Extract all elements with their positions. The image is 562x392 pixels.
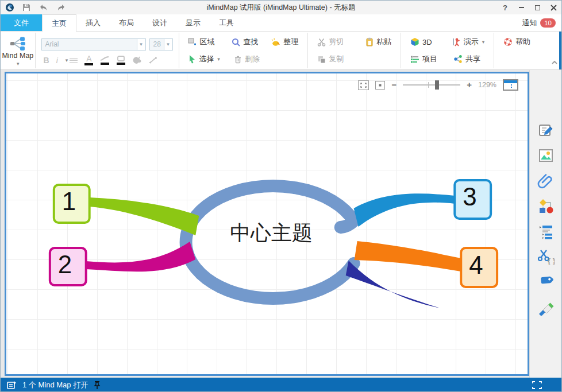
attachment-icon[interactable] bbox=[536, 171, 556, 190]
font-size-dropdown[interactable]: ▼ bbox=[164, 38, 173, 51]
zoom-slider[interactable] bbox=[403, 84, 460, 86]
notes-icon[interactable] bbox=[536, 121, 556, 139]
collapse-ribbon-icon[interactable] bbox=[551, 59, 558, 66]
present-button[interactable]: 演示 ▾ bbox=[448, 35, 488, 49]
help-label: 帮助 bbox=[515, 37, 530, 47]
maximize-button[interactable] bbox=[529, 1, 545, 14]
copy-button[interactable]: 复制 bbox=[314, 52, 347, 66]
mindmap-caret-icon: ▾ bbox=[17, 61, 20, 67]
window-title: iMindMap 试用版 (iMindMap Ultimate) - 无标题 bbox=[1, 3, 561, 13]
zoom-out-icon[interactable]: − bbox=[391, 82, 397, 88]
cut-button[interactable]: 剪切 bbox=[314, 35, 347, 49]
select-icon bbox=[188, 55, 196, 64]
format-painter-icon[interactable] bbox=[536, 297, 556, 316]
share-button[interactable]: 共享 bbox=[450, 52, 484, 66]
project-icon bbox=[410, 55, 419, 63]
3d-label: 3D bbox=[422, 38, 432, 46]
central-topic-label[interactable]: 中心主题 bbox=[230, 221, 313, 244]
delete-button[interactable]: 删除 bbox=[230, 52, 263, 66]
font-size-combo[interactable]: 28 bbox=[149, 38, 164, 51]
paste-icon bbox=[365, 37, 374, 46]
status-bar: 1 个 Mind Map 打开 bbox=[1, 378, 561, 392]
select-button[interactable]: 选择 ▾ bbox=[184, 52, 224, 66]
redo-icon[interactable] bbox=[56, 3, 66, 11]
3d-cube-icon bbox=[410, 37, 419, 46]
branch-2[interactable] bbox=[86, 242, 196, 271]
mindmap-button-label: Mind Map bbox=[2, 52, 33, 60]
branch-color-button[interactable] bbox=[100, 56, 109, 65]
project-button[interactable]: 项目 bbox=[407, 52, 441, 66]
share-icon bbox=[453, 55, 463, 64]
tidy-button[interactable]: 整理 bbox=[267, 35, 302, 49]
snippet-icon[interactable]: { } bbox=[536, 247, 556, 266]
minimize-button[interactable] bbox=[513, 1, 529, 14]
branch-box-3-label: 3 bbox=[463, 183, 476, 211]
copy-label: 复制 bbox=[329, 54, 344, 64]
align-lines-icon bbox=[70, 58, 78, 63]
alignment-button[interactable]: ▾ bbox=[65, 57, 78, 64]
italic-button[interactable]: i bbox=[56, 57, 58, 64]
fit-to-screen-icon[interactable] bbox=[358, 80, 369, 90]
bold-button[interactable]: B bbox=[44, 57, 49, 64]
branch-1[interactable] bbox=[90, 197, 199, 235]
undo-icon[interactable] bbox=[39, 3, 48, 11]
pin-icon[interactable] bbox=[94, 381, 101, 390]
panel-toggle-icon[interactable] bbox=[503, 79, 518, 91]
area-button[interactable]: 区域 bbox=[184, 35, 218, 49]
tag-icon[interactable] bbox=[536, 272, 556, 291]
tidy-label: 整理 bbox=[283, 37, 298, 47]
tidy-icon bbox=[271, 38, 280, 46]
help-button[interactable]: 帮助 bbox=[500, 35, 534, 49]
close-button[interactable] bbox=[545, 1, 561, 14]
font-family-dropdown[interactable]: ▼ bbox=[137, 38, 146, 51]
tab-insert[interactable]: 插入 bbox=[76, 14, 110, 31]
3d-button[interactable]: 3D bbox=[407, 36, 436, 48]
box-color-button[interactable] bbox=[116, 56, 125, 65]
tab-design[interactable]: 设计 bbox=[143, 14, 176, 31]
paste-label: 粘贴 bbox=[376, 37, 391, 47]
zoom-slider-handle[interactable] bbox=[435, 80, 439, 90]
paste-button[interactable]: 粘贴 bbox=[362, 35, 395, 49]
ribbon-edge-accent bbox=[559, 32, 561, 69]
center-view-icon[interactable] bbox=[375, 81, 385, 90]
ribbon-toolbar: Mind Map ▾ Arial ▼ 28 ▼ B i ▾ A bbox=[1, 32, 561, 70]
tab-layout[interactable]: 布局 bbox=[110, 14, 143, 31]
shapes-icon[interactable] bbox=[536, 196, 556, 215]
tab-home[interactable]: 主页 bbox=[42, 14, 76, 32]
mindmap-button[interactable]: Mind Map ▾ bbox=[1, 32, 35, 69]
zoom-percentage: 129% bbox=[478, 81, 496, 89]
help-group: 帮助 bbox=[494, 32, 551, 69]
branch-box-4-label: 4 bbox=[469, 251, 483, 279]
fullscreen-icon[interactable] bbox=[532, 381, 542, 389]
workspace: 中心主题 1 2 3 4 bbox=[1, 70, 529, 378]
outline-icon[interactable] bbox=[536, 222, 556, 240]
help-window-button[interactable]: ? bbox=[497, 1, 513, 14]
mindmap-svg: 中心主题 1 2 3 4 bbox=[6, 73, 528, 374]
branch-3[interactable] bbox=[354, 193, 455, 227]
zoom-in-icon[interactable]: + bbox=[467, 82, 472, 88]
branch-box-2-label: 2 bbox=[58, 250, 72, 278]
help-lifebuoy-icon bbox=[503, 37, 513, 46]
palette-icon[interactable] bbox=[132, 56, 141, 64]
find-button[interactable]: 查找 bbox=[228, 35, 261, 49]
tab-file[interactable]: 文件 bbox=[1, 14, 42, 31]
tab-view[interactable]: 显示 bbox=[176, 14, 210, 31]
font-group: Arial ▼ 28 ▼ B i ▾ A bbox=[36, 32, 179, 69]
notifications-label[interactable]: 通知 bbox=[522, 18, 537, 28]
font-family-combo[interactable]: Arial bbox=[41, 38, 137, 51]
font-color-button[interactable]: A bbox=[84, 55, 93, 65]
save-icon[interactable] bbox=[22, 3, 30, 11]
notification-count-badge[interactable]: 10 bbox=[540, 18, 556, 28]
branch-4[interactable] bbox=[355, 241, 461, 271]
select-caret-icon: ▾ bbox=[217, 56, 220, 62]
present-caret-icon: ▾ bbox=[482, 39, 485, 45]
mindmap-canvas[interactable]: 中心主题 1 2 3 4 bbox=[5, 72, 529, 376]
tab-tools[interactable]: 工具 bbox=[210, 14, 243, 31]
copy-icon bbox=[317, 55, 326, 64]
font-color-letter: A bbox=[86, 55, 91, 62]
branch-box-1-label: 1 bbox=[62, 187, 76, 215]
branch-5[interactable] bbox=[346, 261, 441, 308]
image-icon[interactable] bbox=[536, 146, 556, 165]
edit-group: 区域 查找 整理 选择 ▾ 删除 bbox=[179, 32, 307, 69]
curve-style-icon[interactable] bbox=[148, 56, 158, 64]
